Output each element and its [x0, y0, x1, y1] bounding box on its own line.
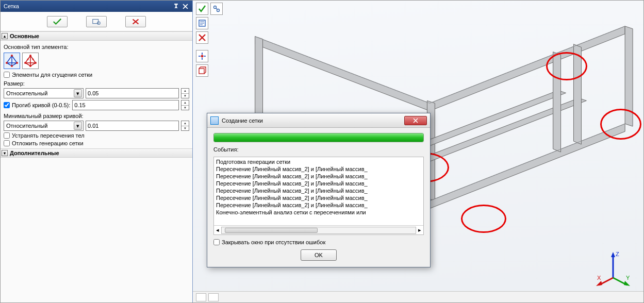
svg-point-12	[29, 65, 31, 67]
svg-point-8	[27, 58, 28, 60]
size-value-spinner[interactable]: ▲▼	[181, 88, 189, 98]
collapse-icon: ▴	[2, 33, 8, 39]
svg-point-5	[11, 65, 13, 67]
preview-button[interactable]	[86, 16, 107, 27]
svg-marker-14	[430, 26, 625, 111]
min-mode-dropdown[interactable]: Относительный ▾	[4, 121, 84, 131]
status-bar	[193, 291, 643, 302]
svg-point-9	[35, 62, 37, 64]
chevron-down-icon: ▾	[74, 89, 82, 97]
app-window: Сетка ▴ Основные Основной тип элемента:	[0, 0, 644, 303]
cancel-button[interactable]	[125, 16, 146, 27]
svg-point-6	[29, 55, 31, 57]
svg-point-3	[16, 62, 18, 64]
options-icon[interactable]	[210, 3, 223, 15]
svg-point-25	[217, 9, 220, 12]
dialog-titlebar: Создание сетки	[207, 113, 430, 128]
min-value-spinner[interactable]: ▲▼	[181, 121, 189, 131]
panel-action-bar	[1, 12, 192, 31]
sag-checkbox[interactable]	[4, 102, 10, 108]
svg-point-1	[97, 22, 100, 24]
dense-elements-checkbox[interactable]	[4, 72, 10, 78]
dialog-icon	[210, 116, 219, 125]
chevron-down-icon: ▾	[74, 122, 82, 130]
section-main-body: Основной тип элемента: Элементы для сгущ…	[1, 41, 192, 148]
svg-marker-13	[255, 37, 430, 111]
min-curve-label: Минимальный размер кривой:	[4, 113, 189, 119]
scroll-thumb[interactable]	[225, 228, 318, 233]
view-toolbar	[196, 3, 223, 77]
svg-marker-30	[611, 252, 615, 257]
event-row: Пересечение [Линейный массив_2] и [Линей…	[216, 201, 421, 209]
dialog-close-button[interactable]	[404, 116, 427, 125]
event-row: Пересечение [Линейный массив_2] и [Линей…	[216, 187, 421, 194]
event-row: Пересечение [Линейный массив_2] и [Линей…	[216, 194, 421, 201]
event-row: Пересечение [Линейный массив_2] и [Линей…	[216, 180, 421, 187]
sag-value-text: 0.15	[74, 102, 85, 108]
remove-intersections-checkbox[interactable]	[4, 132, 10, 139]
elem-type-tetra2-button[interactable]	[22, 53, 39, 69]
box-icon[interactable]	[196, 64, 208, 77]
section-additional-header[interactable]: ▾ Дополнительные	[1, 148, 192, 158]
annotation-circle	[546, 52, 587, 80]
status-btn-2[interactable]	[208, 293, 219, 301]
svg-point-24	[214, 6, 217, 9]
accept-icon[interactable]	[196, 3, 208, 15]
events-box: Подготовка генерации сетки Пересечение […	[213, 157, 424, 235]
events-scrollbar[interactable]: ◂ ▸	[214, 225, 423, 234]
annotation-circle	[600, 109, 641, 140]
close-on-no-errors-label: Закрывать окно при отсутствии ошибок	[222, 239, 325, 245]
close-icon[interactable]	[181, 2, 189, 10]
remove-intersections-label: Устранять пересечения тел	[12, 132, 85, 139]
ok-button[interactable]: OK	[301, 249, 337, 261]
event-row: Конечно-элементный анализ сетки с пересе…	[216, 209, 421, 216]
svg-marker-34	[624, 281, 630, 286]
panel-title: Сетка	[4, 3, 19, 9]
elem-type-tetra-button[interactable]	[4, 53, 20, 69]
dialog-title: Создание сетки	[222, 117, 263, 124]
svg-point-11	[29, 62, 31, 63]
svg-text:Y: Y	[626, 275, 630, 281]
section-main-header[interactable]: ▴ Основные	[1, 31, 192, 41]
delay-generation-checkbox[interactable]	[4, 140, 10, 146]
section-additional-label: Дополнительные	[10, 150, 59, 156]
size-mode-value: Относительный	[6, 90, 74, 96]
size-value-input[interactable]: 0.05	[86, 88, 179, 98]
size-value-text: 0.05	[88, 90, 98, 96]
accept-button[interactable]	[47, 16, 68, 27]
svg-rect-28	[199, 69, 204, 74]
dense-elements-label: Элементы для сгущения сетки	[12, 72, 92, 78]
svg-point-10	[24, 62, 26, 64]
svg-marker-32	[596, 281, 602, 286]
events-label: События:	[213, 146, 424, 153]
axis-triad: Z X Y	[595, 251, 631, 287]
svg-text:Z: Z	[616, 251, 619, 257]
close-on-no-errors-checkbox[interactable]	[213, 239, 220, 245]
svg-point-4	[6, 62, 8, 64]
svg-marker-19	[430, 124, 625, 208]
mesh-generation-dialog: Создание сетки События: Подготовка генер…	[207, 113, 431, 267]
expand-icon: ▾	[2, 150, 8, 156]
sag-value-spinner[interactable]: ▲▼	[181, 100, 189, 110]
scroll-right-icon[interactable]: ▸	[418, 227, 421, 233]
pin-icon[interactable]	[172, 2, 180, 10]
min-mode-value: Относительный	[6, 123, 74, 129]
sag-value-input[interactable]: 0.15	[72, 100, 179, 110]
node-icon[interactable]	[196, 50, 208, 62]
events-list[interactable]: Подготовка генерации сетки Пересечение […	[214, 157, 423, 225]
svg-point-7	[32, 58, 34, 60]
section-main-label: Основные	[10, 33, 39, 39]
svg-point-27	[201, 55, 204, 58]
status-btn-1[interactable]	[196, 293, 206, 301]
cancel-icon[interactable]	[196, 31, 208, 44]
elem-type-label: Основной тип элемента:	[4, 44, 189, 50]
size-mode-dropdown[interactable]: Относительный ▾	[4, 88, 84, 98]
min-value-text: 0.01	[88, 123, 98, 129]
min-value-input[interactable]: 0.01	[86, 121, 179, 131]
progress-bar	[213, 133, 424, 142]
svg-text:X: X	[597, 275, 601, 281]
svg-point-2	[11, 55, 13, 57]
mesh-panel: Сетка ▴ Основные Основной тип элемента:	[1, 1, 193, 302]
properties-icon[interactable]	[196, 17, 208, 29]
scroll-left-icon[interactable]: ◂	[216, 227, 219, 233]
